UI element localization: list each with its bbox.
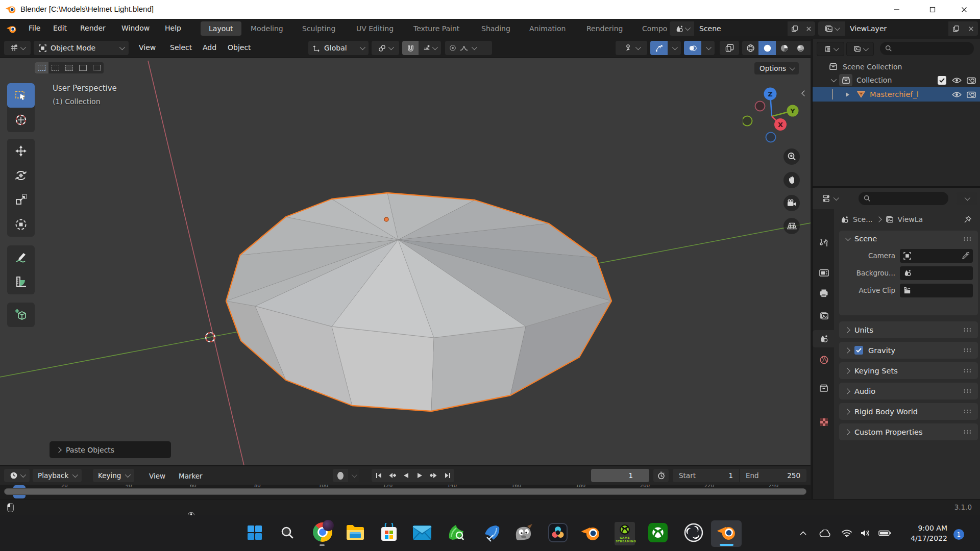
start-button[interactable] [244,522,265,543]
current-frame-field[interactable]: 1 [591,469,649,482]
tab-sculpting[interactable]: Sculpting [302,24,335,33]
start-frame-field[interactable]: Start 1 [673,469,739,482]
viewlayer-type-button[interactable] [818,21,845,36]
rotate-tool[interactable] [7,163,35,188]
scene-new-button[interactable] [788,21,802,36]
measure-tool[interactable] [7,270,35,294]
prev-keyframe-button[interactable] [385,469,399,482]
scene-type-button[interactable] [670,21,694,36]
auto-key-settings-button[interactable] [348,469,359,482]
tab-render[interactable] [813,264,835,281]
scene-panel-header[interactable]: Scene [839,231,978,247]
obs-studio-button[interactable] [683,522,704,543]
scene-name-field[interactable]: Scene [694,21,788,36]
davinci-resolve-button[interactable] [548,523,568,542]
properties-options-button[interactable] [957,192,977,205]
background-scene-field[interactable] [900,266,973,280]
outliner-display-mode-button[interactable] [817,42,844,56]
outliner-search-field[interactable] [880,42,974,55]
play-reverse-button[interactable] [399,469,413,482]
outliner-row-object-selected[interactable]: Masterchief_l [813,87,980,102]
select-box-tool[interactable] [7,83,35,108]
use-preview-range-button[interactable] [653,469,669,482]
xbox-button[interactable] [648,523,668,542]
transform-tool[interactable] [7,212,35,237]
tab-animation[interactable]: Animation [529,24,566,33]
mail-button[interactable] [411,522,433,543]
timeline-scrubber[interactable]: 20406080100120140160180200220240 [0,485,811,499]
render-visibility-icon[interactable] [967,77,976,84]
drag-grip-icon[interactable] [963,237,972,241]
tray-show-hidden-button[interactable] [796,527,810,540]
playback-menu[interactable]: Playback [33,469,82,482]
green-utility-button[interactable] [445,522,467,543]
tray-onedrive-button[interactable] [818,527,832,540]
ortho-grid-button[interactable] [783,218,800,234]
menu-window[interactable]: Window [121,24,150,32]
properties-editor-type-button[interactable] [817,192,843,205]
end-frame-field[interactable]: End 250 [740,469,806,482]
tab-shading[interactable]: Shading [481,24,510,33]
drag-grip-icon[interactable] [963,368,972,373]
breadcrumb-viewlayer[interactable]: ViewLa [898,215,960,223]
jump-to-start-button[interactable] [372,469,385,482]
drag-grip-icon[interactable] [963,430,972,434]
microsoft-store-button[interactable] [378,522,400,543]
tab-compositing[interactable]: Compo [642,24,669,33]
drag-grip-icon[interactable] [963,348,972,353]
drag-grip-icon[interactable] [963,389,972,393]
viewlayer-remove-button[interactable] [964,21,978,36]
minimize-button[interactable] [881,0,913,19]
navigation-gizmo[interactable]: Z Y X [743,86,809,152]
menu-render[interactable]: Render [80,24,106,32]
section-units[interactable]: Units [839,321,978,338]
blender-app-icon[interactable] [6,23,17,34]
viewport-3d[interactable]: Object Mode View Select Add Object Globa… [0,39,811,465]
disclosure-closed-icon[interactable] [845,92,850,97]
menu-edit[interactable]: Edit [53,24,67,32]
blender-taskbar-button[interactable] [580,522,601,543]
move-tool[interactable] [7,139,35,163]
horizontal-scrollbar[interactable] [4,488,806,495]
active-clip-field[interactable] [900,284,973,297]
hide-eye-icon[interactable] [952,77,962,84]
camera-field[interactable] [900,249,973,263]
tab-uv-editing[interactable]: UV Editing [356,24,394,33]
zoom-button[interactable] [783,148,800,165]
breadcrumb-scene[interactable]: Sce... [853,215,873,223]
tab-layout[interactable]: Layout [201,21,241,36]
options-dropdown[interactable]: Options [754,62,799,74]
pin-icon[interactable] [964,215,972,223]
scene-unlink-button[interactable] [802,21,815,36]
close-button[interactable] [948,0,980,19]
scale-tool[interactable] [7,188,35,212]
section-audio[interactable]: Audio [839,383,978,399]
outliner-filter-button[interactable] [846,42,874,56]
xbox-game-streaming-button[interactable]: GAME STREAMING [615,522,635,545]
tray-battery-button[interactable] [877,527,892,540]
render-visibility-icon[interactable] [967,91,976,98]
chrome-button[interactable] [312,522,334,543]
outliner-row-collection[interactable]: Collection [813,73,980,87]
collection-checkbox[interactable] [938,76,946,85]
keying-menu[interactable]: Keying [93,469,134,482]
tray-wifi-button[interactable] [840,527,853,540]
tab-texture-paint[interactable]: Texture Paint [413,24,459,33]
gravity-checkbox[interactable] [854,346,863,355]
search-button[interactable] [277,522,298,543]
tab-scene[interactable] [813,330,835,347]
drag-grip-icon[interactable] [963,409,972,414]
notification-badge[interactable]: 1 [953,529,964,540]
camera-view-button[interactable] [783,195,800,211]
viewlayer-name-field[interactable]: ViewLayer [845,21,948,36]
timeline-editor-type-button[interactable] [4,469,30,482]
add-cube-tool[interactable] [7,303,35,327]
tab-modeling[interactable]: Modeling [251,24,283,33]
viewlayer-new-button[interactable] [948,21,964,36]
tab-texture[interactable] [813,413,835,431]
menu-file[interactable]: File [29,24,40,32]
gimp-button[interactable] [512,522,534,543]
collection-icon-button[interactable] [839,74,852,86]
next-keyframe-button[interactable] [427,469,440,482]
tray-clock[interactable]: 9:00 AM 4/17/2022 [896,523,947,543]
